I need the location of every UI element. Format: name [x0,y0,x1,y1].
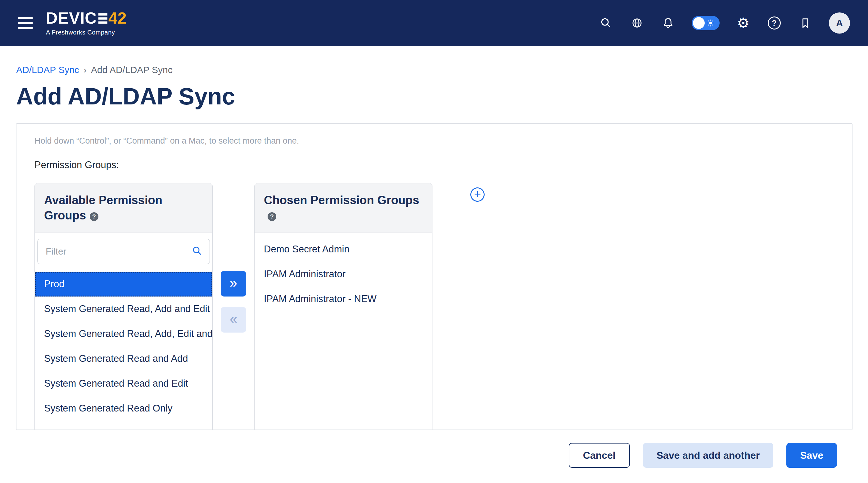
bookmark-icon[interactable] [798,16,813,30]
list-item[interactable]: IPAM Administrator - NEW [254,287,432,311]
page-title: Add AD/LDAP Sync [16,83,852,110]
add-group-wrap: + [470,188,485,202]
transfer-controls: » « [213,183,254,333]
sun-icon [707,19,714,27]
list-item[interactable]: IPAM Administrator [254,262,432,287]
form-card: Hold down “Control”, or “Command” on a M… [16,123,852,430]
list-item[interactable]: Demo Secret Admin [254,237,432,262]
list-item[interactable]: System Generated Read and Edit [35,371,212,396]
brand-wordmark: DEVIC42 [46,10,127,26]
permission-transfer-widget: Available Permission Groups? Prod System… [34,183,852,430]
filter-field [37,239,210,264]
breadcrumb-separator: › [84,65,87,75]
available-groups-title: Available Permission Groups [44,194,162,222]
available-groups-list: Prod System Generated Read, Add and Edit… [35,272,212,421]
help-icon[interactable]: ? [767,16,782,30]
brand-left: DEVIC [46,10,97,26]
brand-tagline: A Freshworks Company [46,29,127,36]
list-item[interactable]: System Generated Read and Add [35,346,212,371]
multi-select-hint: Hold down “Control”, or “Command” on a M… [34,136,852,146]
chosen-groups-panel: Chosen Permission Groups? Demo Secret Ad… [254,183,432,430]
available-help-icon[interactable]: ? [90,212,98,221]
breadcrumb-current: Add AD/LDAP Sync [91,65,173,75]
available-groups-header: Available Permission Groups? [35,183,212,232]
main-content: AD/LDAP Sync › Add AD/LDAP Sync Add AD/L… [0,65,868,468]
logo[interactable]: DEVIC42 A Freshworks Company [46,10,127,36]
permission-groups-label: Permission Groups: [34,160,852,171]
chosen-groups-header: Chosen Permission Groups? [254,183,432,232]
list-item[interactable]: System Generated Read Only [35,396,212,421]
chosen-groups-title: Chosen Permission Groups [264,194,419,207]
chosen-help-icon[interactable]: ? [268,212,276,221]
list-item[interactable]: System Generated Read, Add and Edit [35,296,212,321]
cancel-button[interactable]: Cancel [569,443,630,468]
brand-e-glyph [98,13,107,24]
move-right-button[interactable]: » [221,271,246,296]
list-item[interactable]: System Generated Read, Add, Edit and Del… [35,321,212,346]
toggle-knob [693,17,705,29]
breadcrumb: AD/LDAP Sync › Add AD/LDAP Sync [16,65,852,75]
gear-icon[interactable]: ⚙ [736,16,751,30]
move-left-button[interactable]: « [221,307,246,333]
filter-search-icon[interactable] [191,245,203,258]
save-button[interactable]: Save [786,443,837,468]
form-actions: Cancel Save and add another Save [16,430,852,468]
add-group-button[interactable]: + [470,188,485,202]
theme-toggle[interactable] [692,16,720,30]
available-groups-panel: Available Permission Groups? Prod System… [34,183,213,430]
menu-icon[interactable] [18,17,33,29]
brand-accent: 42 [108,10,127,26]
globe-icon[interactable] [629,16,645,30]
filter-input[interactable] [37,239,210,264]
save-and-add-another-button[interactable]: Save and add another [643,443,774,468]
search-icon[interactable] [598,16,614,30]
list-item[interactable]: Prod [35,272,212,296]
breadcrumb-link[interactable]: AD/LDAP Sync [16,65,79,75]
chosen-groups-list: Demo Secret Admin IPAM Administrator IPA… [254,232,432,311]
bell-icon[interactable] [661,16,676,30]
avatar[interactable]: A [829,12,850,34]
top-navbar: DEVIC42 A Freshworks Company ⚙ ? A [0,0,868,46]
